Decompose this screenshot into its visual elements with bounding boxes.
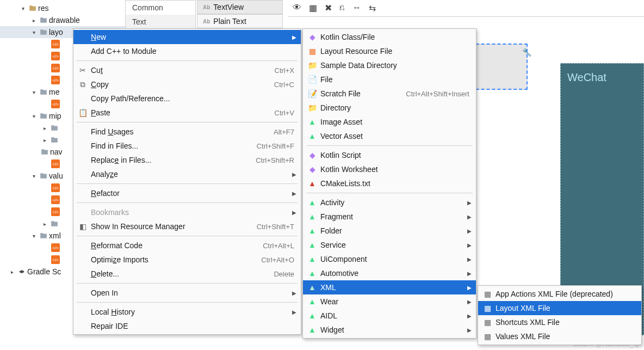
separator bbox=[77, 283, 298, 284]
menu-copy[interactable]: ⧉CopyCtrl+C bbox=[73, 77, 301, 91]
design-toolbar: 👁 ▦ ✖ ⎌ ↔ ⇆ bbox=[288, 0, 380, 15]
chevron-right-icon: ▶ bbox=[467, 256, 472, 262]
palette-category-common[interactable]: Common bbox=[126, 1, 195, 15]
chevron-right-icon: ▶ bbox=[292, 191, 296, 197]
resource-manager-icon: ◧ bbox=[78, 222, 88, 231]
android-icon: ▲ bbox=[307, 326, 317, 334]
autoconnect-off-icon[interactable]: ✖ bbox=[325, 3, 332, 13]
menu-shortcuts-xml[interactable]: ▦Shortcuts XML File bbox=[478, 315, 641, 329]
kotlin-icon: ◆ bbox=[307, 165, 317, 174]
grid-icon[interactable]: ▦ bbox=[309, 3, 317, 13]
folder-icon bbox=[39, 171, 48, 180]
component-textview[interactable]: AbTextView bbox=[197, 0, 283, 14]
tree-label: xml bbox=[49, 231, 61, 240]
menu-analyze[interactable]: Analyze▶ bbox=[73, 167, 301, 181]
chevron-right-icon: ▶ bbox=[292, 309, 296, 315]
separator bbox=[306, 193, 473, 193]
menu-find-usages[interactable]: Find UsagesAlt+F7 bbox=[73, 125, 301, 139]
menu-file[interactable]: 📄File bbox=[303, 72, 476, 87]
chevron-right-icon: ▶ bbox=[467, 214, 472, 220]
menu-sample-data-directory[interactable]: 📁Sample Data Directory bbox=[303, 58, 476, 72]
file-icon: 📄 bbox=[307, 75, 317, 84]
menu-values-xml[interactable]: ▦Values XML File bbox=[478, 329, 641, 343]
menu-show-resource-manager[interactable]: ◧Show In Resource ManagerCtrl+Shift+T bbox=[73, 219, 301, 234]
menu-layout-xml-file[interactable]: ▦Layout XML File bbox=[478, 301, 641, 315]
menu-image-asset[interactable]: ▲Image Asset bbox=[303, 115, 476, 129]
palette-category-text[interactable]: Text bbox=[126, 15, 195, 29]
menu-delete[interactable]: Delete...Delete bbox=[73, 267, 301, 281]
chevron-right-icon: ▶ bbox=[467, 285, 472, 291]
folder-icon bbox=[39, 28, 48, 36]
xml-file-icon: </> bbox=[51, 207, 60, 216]
menu-vector-asset[interactable]: ▲Vector Asset bbox=[303, 129, 476, 143]
menu-refactor[interactable]: Refactor▶ bbox=[73, 186, 301, 200]
menu-bookmarks[interactable]: Bookmarks▶ bbox=[73, 205, 301, 219]
menu-cut[interactable]: ✂CutCtrl+X bbox=[73, 63, 301, 77]
menu-replace-in-files[interactable]: Replace in Files...Ctrl+Shift+R bbox=[73, 153, 301, 167]
menu-reformat-code[interactable]: Reformat CodeCtrl+Alt+L bbox=[73, 238, 301, 253]
menu-xml[interactable]: ▲XML▶ bbox=[303, 280, 476, 294]
menu-kotlin-class[interactable]: ◆Kotlin Class/File bbox=[303, 30, 476, 44]
folder-icon: 📁 bbox=[307, 103, 317, 112]
chevron-right-icon: ▶ bbox=[292, 171, 296, 177]
align-icon[interactable]: ↔ bbox=[352, 3, 361, 13]
menu-kotlin-worksheet[interactable]: ◆Kotlin Worksheet bbox=[303, 162, 476, 176]
tree-folder-drawable[interactable]: ▸ drawable bbox=[0, 14, 125, 26]
menu-wear[interactable]: ▲Wear▶ bbox=[303, 294, 476, 309]
wrench-icon[interactable]: 🔧 bbox=[522, 48, 531, 57]
tree-label: res bbox=[38, 4, 48, 13]
menu-scratch-file[interactable]: 📝Scratch FileCtrl+Alt+Shift+Insert bbox=[303, 87, 476, 101]
menu-directory[interactable]: 📁Directory bbox=[303, 101, 476, 115]
eye-icon[interactable]: 👁 bbox=[293, 3, 301, 13]
component-label: TextView bbox=[213, 3, 244, 11]
menu-new[interactable]: New▶ bbox=[73, 30, 301, 44]
menu-cmakelists[interactable]: ▲CMakeLists.txt bbox=[303, 176, 476, 191]
menu-find-in-files[interactable]: Find in Files...Ctrl+Shift+F bbox=[73, 139, 301, 153]
menu-fragment[interactable]: ▲Fragment▶ bbox=[303, 210, 476, 224]
menu-automotive[interactable]: ▲Automotive▶ bbox=[303, 266, 476, 280]
xml-file-icon: ▦ bbox=[482, 318, 492, 327]
chevron-right-icon: ▶ bbox=[292, 210, 296, 216]
tree-label: me bbox=[49, 88, 59, 96]
android-icon: ▲ bbox=[307, 255, 317, 263]
cmake-icon: ▲ bbox=[307, 179, 317, 188]
menu-widget[interactable]: ▲Widget▶ bbox=[303, 323, 476, 337]
chevron-right-icon: ▶ bbox=[292, 34, 296, 40]
separator bbox=[77, 236, 298, 236]
chevron-right-icon: ▸ bbox=[40, 137, 49, 143]
folder-icon: 📁 bbox=[307, 61, 317, 70]
menu-copy-path[interactable]: Copy Path/Reference... bbox=[73, 91, 301, 106]
xml-file-icon: </> bbox=[51, 195, 60, 204]
xml-file-icon: ▦ bbox=[482, 332, 492, 341]
text-widget-icon: Ab bbox=[203, 4, 210, 10]
menu-folder[interactable]: ▲Folder▶ bbox=[303, 224, 476, 238]
chevron-down-icon: ▾ bbox=[29, 29, 38, 35]
menu-add-cpp[interactable]: Add C++ to Module bbox=[73, 44, 301, 58]
menu-service[interactable]: ▲Service▶ bbox=[303, 238, 476, 252]
menu-aidl[interactable]: ▲AIDL▶ bbox=[303, 309, 476, 323]
menu-uicomponent[interactable]: ▲UiComponent▶ bbox=[303, 252, 476, 266]
component-plaintext[interactable]: AbPlain Text bbox=[197, 14, 283, 28]
menu-optimize-imports[interactable]: Optimize ImportsCtrl+Alt+O bbox=[73, 253, 301, 267]
menu-local-history[interactable]: Local History▶ bbox=[73, 305, 301, 319]
chevron-right-icon: ▶ bbox=[467, 242, 472, 248]
preview-appbar-title: WeChat bbox=[561, 64, 643, 91]
clear-constraints-icon[interactable]: ⎌ bbox=[339, 3, 345, 13]
component-label: Plain Text bbox=[213, 17, 246, 26]
menu-open-in[interactable]: Open In▶ bbox=[73, 286, 301, 300]
chevron-right-icon: ▸ bbox=[29, 17, 38, 23]
folder-icon bbox=[40, 148, 49, 156]
tree-folder-res[interactable]: ▾ res bbox=[0, 2, 125, 14]
menu-app-actions-xml[interactable]: ▦App Actions XML File (deprecated) bbox=[478, 287, 641, 301]
xml-file-icon: </> bbox=[51, 159, 60, 168]
xml-file-icon: </> bbox=[51, 52, 60, 60]
menu-paste[interactable]: 📋PasteCtrl+V bbox=[73, 106, 301, 120]
menu-kotlin-script[interactable]: ◆Kotlin Script bbox=[303, 148, 476, 162]
menu-repair-ide[interactable]: Repair IDE bbox=[73, 319, 301, 333]
distribute-icon[interactable]: ⇆ bbox=[369, 3, 376, 13]
folder-icon bbox=[50, 219, 59, 228]
menu-activity[interactable]: ▲Activity▶ bbox=[303, 195, 476, 210]
tree-label: nav bbox=[50, 148, 63, 156]
chevron-down-icon: ▾ bbox=[18, 5, 27, 11]
menu-layout-resource-file[interactable]: ▦Layout Resource File bbox=[303, 44, 476, 58]
